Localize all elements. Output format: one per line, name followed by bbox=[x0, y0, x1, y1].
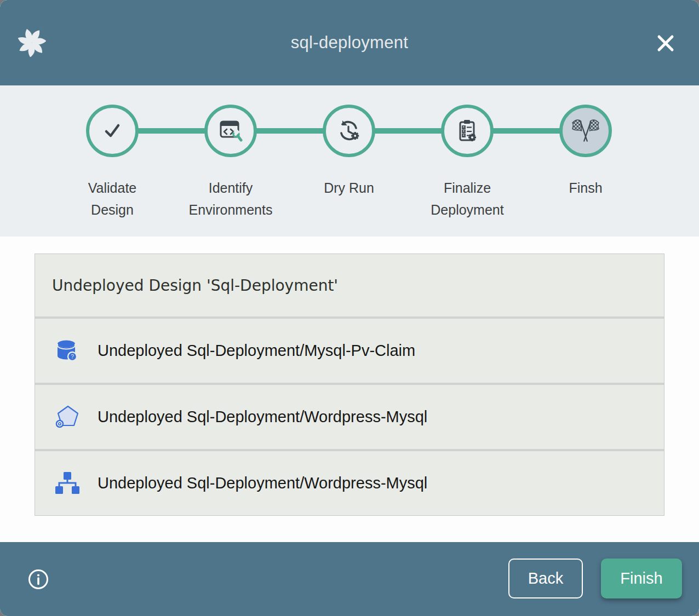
step-label-dry-run: Dry Run bbox=[302, 177, 396, 199]
step-dry-run[interactable] bbox=[323, 105, 375, 157]
dialog-header: sql-deployment bbox=[0, 0, 699, 85]
wizard-stepper: Validate Design Identify Environments Dr… bbox=[0, 85, 699, 237]
sync-gear-icon bbox=[336, 118, 362, 144]
hierarchy-icon bbox=[54, 470, 81, 497]
step-finish[interactable] bbox=[559, 105, 612, 157]
list-item: Undeployed Sql-Deployment/Wordpress-Mysq… bbox=[35, 383, 664, 449]
gear bbox=[468, 134, 476, 141]
pod-icon bbox=[54, 404, 81, 430]
close-icon[interactable] bbox=[654, 32, 677, 55]
svg-text:?: ? bbox=[71, 354, 74, 360]
result-header-text: Undeployed Design 'Sql-Deployment' bbox=[52, 277, 338, 295]
list-item-text: Undeployed Sql-Deployment/Wordpress-Mysq… bbox=[98, 474, 427, 492]
dialog-footer: Back Finish bbox=[0, 542, 699, 616]
step-label-validate-design: Validate Design bbox=[66, 177, 159, 221]
step-label-identify-environments: Identify Environments bbox=[184, 177, 277, 221]
list-item: ? Undeployed Sql-Deployment/Mysql-Pv-Cla… bbox=[35, 316, 664, 383]
info-icon[interactable] bbox=[27, 568, 49, 590]
dialog-title: sql-deployment bbox=[0, 33, 699, 53]
list-item: Undeployed Sql-Deployment/Wordpress-Mysq… bbox=[35, 449, 664, 515]
code-wrench-icon bbox=[217, 118, 244, 144]
gear bbox=[351, 132, 359, 140]
deploy-result-list: Undeployed Design 'Sql-Deployment' ? bbox=[35, 254, 664, 516]
result-header-row: Undeployed Design 'Sql-Deployment' bbox=[35, 254, 664, 316]
step-validate-design[interactable] bbox=[86, 105, 139, 157]
step-label-finish: Finsh bbox=[539, 177, 632, 199]
step-finalize-deployment[interactable] bbox=[441, 105, 494, 157]
deployment-wizard-dialog: sql-deployment bbox=[0, 0, 699, 616]
finish-button[interactable]: Finish bbox=[601, 559, 682, 598]
footer-actions: Back Finish bbox=[508, 559, 682, 598]
step-label-finalize-deployment: Finalize Deployment bbox=[421, 177, 514, 221]
database-icon: ? bbox=[54, 338, 81, 364]
back-button[interactable]: Back bbox=[508, 559, 583, 598]
step-identify-environments[interactable] bbox=[204, 105, 257, 157]
finish-flags-icon bbox=[571, 117, 600, 145]
dialog-body: Undeployed Design 'Sql-Deployment' ? bbox=[0, 237, 699, 542]
check-icon bbox=[99, 118, 125, 144]
app-backdrop: sql-deployment bbox=[0, 0, 699, 616]
list-item-text: Undeployed Sql-Deployment/Mysql-Pv-Claim bbox=[98, 342, 415, 360]
list-item-text: Undeployed Sql-Deployment/Wordpress-Mysq… bbox=[98, 408, 427, 426]
clipboard-gear-icon bbox=[454, 118, 480, 144]
